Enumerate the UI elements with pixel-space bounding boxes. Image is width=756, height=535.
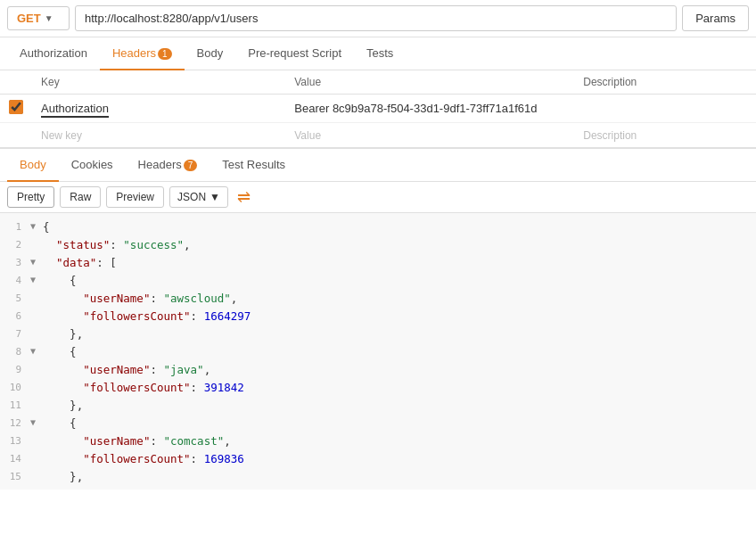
json-line: 10 "followersCount": 391842 — [0, 379, 756, 397]
request-tab-authorization[interactable]: Authorization — [7, 37, 100, 70]
collapse-arrow[interactable]: ▼ — [30, 254, 43, 269]
table-row: Authorization Bearer 8c9b9a78-f504-33d1-… — [0, 95, 756, 123]
response-section: BodyCookiesHeaders7Test Results Pretty R… — [0, 148, 756, 490]
url-input[interactable] — [75, 5, 677, 31]
line-number: 1 — [4, 218, 30, 235]
line-number: 14 — [4, 450, 30, 467]
line-number: 5 — [4, 290, 30, 307]
line-number: 9 — [4, 361, 30, 378]
collapse-arrow[interactable]: ▼ — [30, 415, 43, 430]
request-tabs: AuthorizationHeaders1BodyPre-request Scr… — [0, 37, 756, 70]
collapse-arrow[interactable] — [30, 468, 43, 483]
json-line: 9 "userName": "java", — [0, 361, 756, 379]
json-content: { — [43, 272, 77, 290]
line-number: 2 — [4, 236, 30, 253]
json-content: { — [43, 415, 77, 432]
collapse-arrow[interactable] — [30, 290, 43, 305]
format-bar: Pretty Raw Preview JSON ▼ ⇌ — [0, 182, 756, 213]
header-checkbox[interactable] — [9, 100, 23, 114]
json-line: 6 "followersCount": 1664297 — [0, 308, 756, 325]
json-line: 4▼ { — [0, 272, 756, 290]
new-header-row: New key Value Description — [0, 123, 756, 148]
json-content: }, — [43, 325, 83, 343]
json-line: 14 "followersCount": 169836 — [0, 450, 756, 468]
response-tab-test_results[interactable]: Test Results — [210, 149, 298, 182]
json-line: 2 "status": "success", — [0, 236, 756, 254]
json-chevron: ▼ — [210, 191, 220, 203]
request-tab-prerequest[interactable]: Pre-request Script — [235, 37, 354, 70]
response-tab-headers[interactable]: Headers7 — [126, 149, 210, 182]
method-label: GET — [17, 12, 41, 25]
json-line: 1▼{ — [0, 218, 756, 236]
json-content: "followersCount": 391842 — [43, 379, 244, 397]
line-number: 8 — [4, 343, 30, 360]
response-tab-badge-headers: 7 — [184, 160, 198, 171]
headers-table: Key Value Description Authorization Bear… — [0, 70, 756, 147]
json-content: "followersCount": 169836 — [43, 450, 244, 468]
collapse-arrow[interactable]: ▼ — [30, 343, 43, 358]
json-format-select[interactable]: JSON ▼ — [169, 186, 228, 208]
response-tab-cookies[interactable]: Cookies — [59, 149, 126, 182]
request-tab-headers[interactable]: Headers1 — [100, 37, 185, 70]
collapse-arrow[interactable] — [30, 325, 43, 341]
collapse-arrow[interactable] — [30, 450, 43, 465]
headers-section: Key Value Description Authorization Bear… — [0, 70, 756, 148]
json-content: "data": [ — [43, 254, 117, 272]
preview-button[interactable]: Preview — [106, 186, 164, 208]
new-description-cell[interactable]: Description — [574, 123, 756, 148]
collapse-arrow[interactable] — [30, 236, 43, 251]
collapse-arrow[interactable] — [30, 308, 43, 323]
new-description-placeholder: Description — [583, 129, 637, 142]
new-key-placeholder: New key — [41, 129, 82, 142]
line-number: 15 — [4, 468, 30, 485]
collapse-arrow[interactable]: ▼ — [30, 272, 43, 287]
row-value: Bearer 8c9b9a78-f504-33d1-9df1-73ff71a1f… — [285, 95, 574, 123]
col-value: Value — [285, 70, 574, 95]
json-content: "followersCount": 1664297 — [43, 308, 251, 325]
json-line: 3▼ "data": [ — [0, 254, 756, 272]
collapse-arrow[interactable]: ▼ — [30, 486, 43, 490]
json-content: { — [43, 218, 50, 236]
wrap-icon[interactable]: ⇌ — [237, 187, 251, 207]
method-select[interactable]: GET ▼ — [7, 6, 70, 30]
collapse-arrow[interactable] — [30, 432, 43, 448]
new-value-cell[interactable]: Value — [285, 123, 574, 148]
json-line: 8▼ { — [0, 343, 756, 361]
pretty-button[interactable]: Pretty — [7, 186, 54, 208]
line-number: 13 — [4, 432, 30, 449]
json-content: }, — [43, 468, 83, 486]
collapse-arrow[interactable] — [30, 397, 43, 412]
collapse-arrow[interactable] — [30, 379, 43, 394]
line-number: 16 — [4, 486, 30, 490]
new-key-cell[interactable]: New key — [32, 123, 285, 148]
line-number: 4 — [4, 272, 30, 289]
line-number: 10 — [4, 379, 30, 396]
response-tab-body[interactable]: Body — [7, 149, 59, 182]
json-content: "userName": "awscloud", — [43, 290, 237, 308]
tab-badge-headers: 1 — [158, 48, 172, 60]
new-value-placeholder: Value — [294, 129, 321, 142]
line-number: 7 — [4, 325, 30, 342]
json-content: "userName": "java", — [43, 361, 210, 379]
json-line: 5 "userName": "awscloud", — [0, 290, 756, 308]
response-tabs: BodyCookiesHeaders7Test Results — [0, 149, 756, 182]
json-content: { — [43, 486, 77, 490]
request-tab-body[interactable]: Body — [185, 37, 236, 70]
collapse-arrow[interactable] — [30, 361, 43, 376]
json-content: }, — [43, 397, 83, 415]
json-label: JSON — [177, 191, 206, 203]
top-bar: GET ▼ Params — [0, 0, 756, 37]
col-description: Description — [574, 70, 756, 95]
params-button[interactable]: Params — [682, 5, 749, 31]
json-line: 16▼ { — [0, 486, 756, 490]
request-tab-tests[interactable]: Tests — [354, 37, 406, 70]
line-number: 11 — [4, 397, 30, 414]
collapse-arrow[interactable]: ▼ — [30, 218, 43, 234]
json-line: 11 }, — [0, 397, 756, 415]
json-content: { — [43, 343, 77, 361]
raw-button[interactable]: Raw — [60, 186, 101, 208]
col-key: Key — [32, 70, 285, 95]
row-checkbox-cell[interactable] — [0, 95, 32, 123]
json-line: 13 "userName": "comcast", — [0, 432, 756, 450]
json-line: 7 }, — [0, 325, 756, 343]
